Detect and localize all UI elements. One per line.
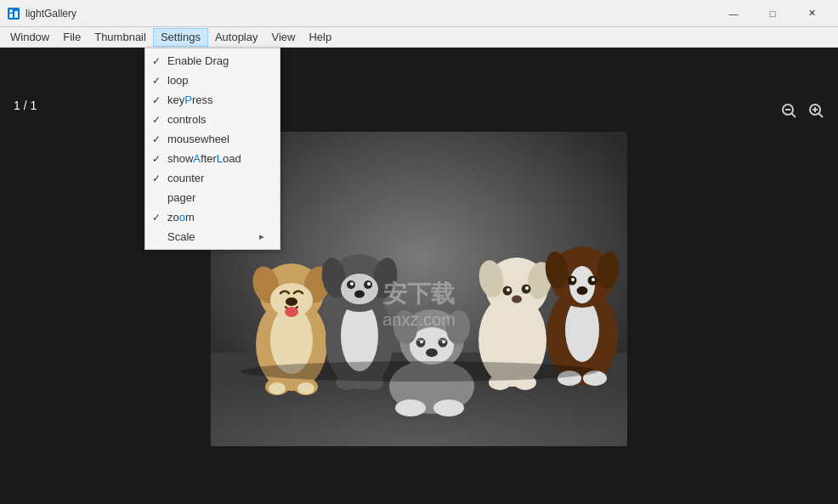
titlebar: lightGallery — □ ✕ — [0, 0, 838, 27]
svg-point-24 — [297, 382, 314, 394]
svg-point-35 — [354, 290, 365, 297]
main-content: 1 / 1 — [0, 48, 838, 504]
app-icon — [7, 7, 20, 20]
check-loop: ✓ — [152, 75, 167, 87]
menu-item-counter[interactable]: ✓ counter — [145, 168, 280, 188]
svg-point-30 — [341, 274, 378, 304]
menu-item-loop[interactable]: ✓ loop — [145, 71, 280, 90]
zoom-out-button[interactable] — [777, 99, 801, 122]
check-zoom: ✓ — [152, 212, 167, 224]
label-counter: counter — [167, 172, 266, 184]
svg-line-8 — [819, 114, 824, 118]
maximize-button[interactable]: □ — [753, 0, 792, 27]
label-zoom: zoom — [167, 211, 266, 224]
check-counter: ✓ — [152, 173, 167, 184]
menu-item-enable-drag[interactable]: ✓ Enable Drag — [145, 51, 280, 71]
label-showafterload: showAfterLoad — [167, 152, 266, 165]
close-button[interactable]: ✕ — [792, 0, 831, 27]
minimize-button[interactable]: — — [714, 0, 753, 27]
menu-view[interactable]: View — [264, 28, 302, 47]
svg-point-20 — [285, 307, 298, 317]
menubar: Window File Thumbnail Settings Autoplay … — [0, 27, 838, 48]
label-enable-drag: Enable Drag — [167, 54, 266, 67]
svg-point-47 — [426, 348, 438, 357]
svg-rect-2 — [14, 11, 18, 18]
menu-item-controls[interactable]: ✓ controls — [145, 110, 280, 129]
svg-point-3 — [9, 9, 13, 13]
menu-item-mousewheel[interactable]: ✓ mousewheel — [145, 129, 280, 149]
menu-settings[interactable]: Settings — [153, 28, 208, 47]
menu-autoplay[interactable]: Autoplay — [208, 28, 265, 47]
label-controls: controls — [167, 113, 266, 126]
menu-item-pager[interactable]: pager — [145, 188, 280, 207]
svg-point-56 — [507, 288, 510, 292]
menu-help[interactable]: Help — [302, 28, 338, 47]
app-title: lightGallery — [25, 8, 714, 20]
menu-item-scale[interactable]: Scale ► — [145, 227, 280, 246]
zoom-controls — [777, 99, 828, 122]
svg-point-33 — [350, 282, 354, 286]
label-pager: pager — [167, 191, 266, 204]
window-controls: — □ ✕ — [714, 0, 831, 27]
menu-thumbnail[interactable]: Thumbnail — [88, 28, 153, 47]
menu-file[interactable]: File — [56, 28, 88, 47]
check-keypress: ✓ — [152, 94, 167, 106]
svg-point-74 — [241, 361, 597, 382]
check-showafterload: ✓ — [152, 153, 167, 165]
svg-rect-1 — [9, 14, 13, 18]
svg-point-71 — [577, 286, 588, 295]
menu-item-keypress[interactable]: ✓ keyPress — [145, 90, 280, 110]
submenu-arrow: ► — [258, 232, 266, 241]
svg-text:anxz.com: anxz.com — [382, 310, 456, 329]
check-controls: ✓ — [152, 114, 167, 126]
svg-point-69 — [571, 278, 575, 281]
menu-item-showafterload[interactable]: ✓ showAfterLoad — [145, 149, 280, 168]
check-enable-drag: ✓ — [152, 55, 167, 67]
svg-point-58 — [512, 295, 522, 303]
label-scale: Scale — [167, 230, 251, 243]
zoom-in-button[interactable] — [804, 99, 828, 122]
svg-point-70 — [592, 278, 595, 281]
svg-point-48 — [395, 399, 426, 416]
label-keypress: keyPress — [167, 93, 266, 106]
svg-point-34 — [367, 282, 371, 286]
menu-item-zoom[interactable]: ✓ zoom — [145, 207, 280, 227]
menu-window[interactable]: Window — [3, 28, 56, 47]
svg-point-49 — [433, 399, 464, 416]
label-mousewheel: mousewheel — [167, 133, 266, 145]
svg-point-19 — [286, 297, 297, 306]
settings-dropdown: ✓ Enable Drag ✓ loop ✓ keyPress ✓ contro… — [144, 48, 280, 250]
svg-point-23 — [269, 382, 286, 394]
label-loop: loop — [167, 74, 266, 87]
image-counter: 1 / 1 — [14, 99, 37, 112]
check-mousewheel: ✓ — [152, 133, 167, 145]
svg-text:安下载: 安下载 — [382, 280, 455, 307]
svg-line-5 — [792, 114, 796, 118]
svg-point-57 — [525, 286, 529, 290]
